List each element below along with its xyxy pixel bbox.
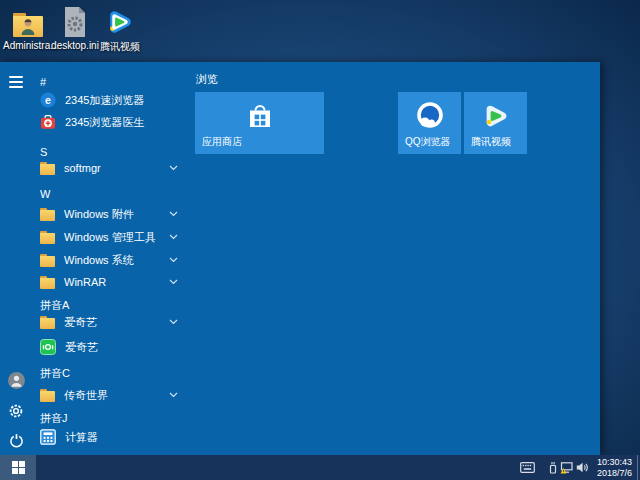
tile-store[interactable]: 应用商店 xyxy=(195,92,324,154)
user-folder-icon xyxy=(3,5,53,37)
desktop-icon-label: 腾讯视频 xyxy=(99,40,141,54)
desktop-icon-tencent-video[interactable]: 腾讯视频 xyxy=(99,5,141,54)
clock-date: 2018/7/6 xyxy=(586,468,632,479)
iqiyi-icon xyxy=(40,339,56,355)
chevron-down-icon[interactable] xyxy=(169,234,178,240)
desktop-icon-administrator-folder[interactable]: Administra... xyxy=(3,5,53,51)
start-menu: # e 2345加速浏览器 2345浏览器医生 S xyxy=(0,62,600,455)
folder-icon xyxy=(40,389,55,402)
ini-file-icon xyxy=(51,5,99,37)
tile-tencent-video[interactable]: 腾讯视频 xyxy=(464,92,527,154)
usb-device-tray-icon[interactable] xyxy=(548,455,558,480)
usb-icon xyxy=(548,461,558,474)
network-warning-icon xyxy=(560,462,574,474)
chevron-down-icon[interactable] xyxy=(169,211,178,217)
app-list-section-hash[interactable]: # xyxy=(0,73,192,91)
app-list-item-windows-admin-tools[interactable]: Windows 管理工具 xyxy=(0,228,192,246)
tencent-video-icon xyxy=(99,5,141,37)
screen: Administra... desktop.ini 腾讯视频 xyxy=(0,0,640,480)
app-list-item-winrar[interactable]: WinRAR xyxy=(0,273,192,291)
chevron-down-icon[interactable] xyxy=(169,319,178,325)
store-bag-icon xyxy=(195,92,324,140)
clock-time: 10:30:43 xyxy=(586,457,632,468)
qq-browser-icon xyxy=(398,92,461,140)
medkit-icon xyxy=(40,114,56,130)
desktop-icon-label: Administra... xyxy=(3,40,53,51)
tile-qq-browser[interactable]: QQ浏览器 xyxy=(398,92,461,154)
start-button[interactable] xyxy=(0,455,36,480)
network-tray-icon[interactable] xyxy=(560,455,574,480)
folder-icon xyxy=(40,231,55,244)
tile-label: 腾讯视频 xyxy=(471,135,511,149)
chevron-down-icon[interactable] xyxy=(169,257,178,263)
app-list-item-chuanqi-shijie[interactable]: 传奇世界 xyxy=(0,386,192,404)
app-list-item-calculator[interactable]: 计算器 xyxy=(0,428,192,446)
desktop-icon-desktop-ini[interactable]: desktop.ini xyxy=(51,5,99,51)
app-list-item-softmgr[interactable]: softmgr xyxy=(0,159,192,177)
folder-icon xyxy=(40,276,55,289)
app-list-item-windows-accessories[interactable]: Windows 附件 xyxy=(0,205,192,223)
keyboard-icon xyxy=(520,462,535,473)
chevron-down-icon[interactable] xyxy=(169,392,178,398)
tile-label: QQ浏览器 xyxy=(405,135,451,149)
desktop-icon-label: desktop.ini xyxy=(51,40,99,51)
tencent-video-icon xyxy=(464,92,527,140)
folder-icon xyxy=(40,208,55,221)
app-list-item-2345-browser-doctor[interactable]: 2345浏览器医生 xyxy=(0,113,192,131)
app-list-item-iqiyi-app[interactable]: 爱奇艺 xyxy=(0,338,192,356)
app-list-section-pinyin-a[interactable]: 拼音A xyxy=(0,296,192,314)
folder-icon xyxy=(40,254,55,267)
app-list-item-2345-browser[interactable]: e 2345加速浏览器 xyxy=(0,91,192,109)
app-list-section-pinyin-c[interactable]: 拼音C xyxy=(0,364,192,382)
app-list-item-windows-system[interactable]: Windows 系统 xyxy=(0,251,192,269)
tile-group-label[interactable]: 浏览 xyxy=(196,72,218,87)
folder-icon xyxy=(40,316,55,329)
taskbar-clock[interactable]: 10:30:43 2018/7/6 xyxy=(586,457,632,478)
chevron-down-icon[interactable] xyxy=(169,165,178,171)
touch-keyboard-tray-icon[interactable] xyxy=(520,455,535,480)
app-list-section-pinyin-j[interactable]: 拼音J xyxy=(0,409,192,427)
taskbar: 10:30:43 2018/7/6 xyxy=(0,455,640,480)
app-list-item-iqiyi-folder[interactable]: 爱奇艺 xyxy=(0,313,192,331)
tile-label: 应用商店 xyxy=(202,135,242,149)
folder-icon xyxy=(40,162,55,175)
windows-logo-icon xyxy=(12,461,25,474)
svg-text:e: e xyxy=(45,94,51,106)
chevron-down-icon[interactable] xyxy=(169,279,178,285)
calculator-icon xyxy=(40,429,56,445)
app-list-section-w[interactable]: W xyxy=(0,185,192,203)
2345-browser-icon: e xyxy=(40,92,56,108)
